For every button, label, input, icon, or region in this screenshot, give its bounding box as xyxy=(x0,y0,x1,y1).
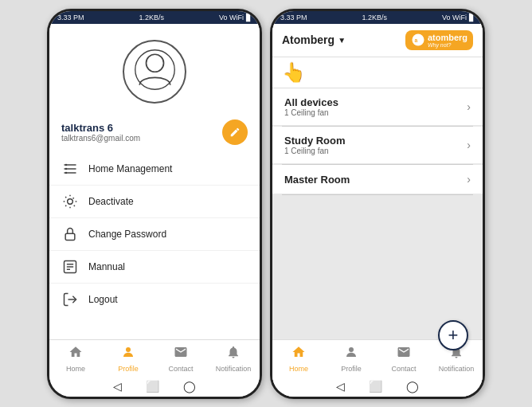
status-bar-2: 3.33 PM 1.2KB/s Vo WiFi ▊ xyxy=(272,11,483,24)
profile-screen: talktrans 6 talktrans6@gmail.com xyxy=(49,24,260,397)
menu-list: Home Management Deactivate xyxy=(49,149,260,339)
svg-point-0 xyxy=(146,54,163,72)
fab-add-button[interactable]: + xyxy=(438,320,468,350)
contact-nav-icon-2 xyxy=(397,345,411,363)
svg-point-7 xyxy=(65,171,68,174)
status-speed-1: 1.2KB/s xyxy=(139,14,164,22)
menu-item-logout[interactable]: Logout xyxy=(49,284,260,315)
user-text: talktrans 6 talktrans6@gmail.com xyxy=(61,122,140,143)
atomberg-sub: Why not? xyxy=(428,42,467,49)
divider-3 xyxy=(282,194,473,195)
change-password-label: Change Password xyxy=(88,229,166,240)
study-room-name: Study Room xyxy=(284,135,346,147)
avatar-section xyxy=(49,24,260,115)
home-hw-btn-1[interactable]: ⬜ xyxy=(146,380,159,393)
status-bar-1: 3.33 PM 1.2KB/s Vo WiFi ▊ xyxy=(49,11,260,24)
header-left: Atomberg ▼ xyxy=(282,33,346,46)
status-speed-2: 1.2KB/s xyxy=(362,14,387,22)
bottom-nav-1: Home Profile Contact Notification xyxy=(49,339,260,376)
svg-point-18 xyxy=(349,347,354,352)
logout-icon xyxy=(61,292,79,307)
phone-2: 3.33 PM 1.2KB/s Vo WiFi ▊ Atomberg ▼ a a… xyxy=(270,9,485,399)
back-btn-1[interactable]: ◁ xyxy=(113,380,122,393)
study-room-info: Study Room 1 Ceiling fan xyxy=(284,135,346,155)
contact-nav-label-1: Contact xyxy=(168,365,193,373)
signal-text-1: Vo WiFi xyxy=(219,14,244,22)
atomberg-name: atomberg xyxy=(428,33,467,42)
study-room-chevron-icon: › xyxy=(467,139,471,151)
device-list: All devices 1 Ceiling fan › Study Room 1… xyxy=(272,88,483,339)
mannual-icon xyxy=(61,259,79,275)
phone-1: 3.33 PM 1.2KB/s Vo WiFi ▊ talktra xyxy=(47,9,262,399)
avatar xyxy=(123,40,186,104)
back-btn-2[interactable]: ◁ xyxy=(336,380,345,393)
all-devices-name: All devices xyxy=(284,96,338,108)
svg-point-16 xyxy=(412,34,424,46)
mannual-label: Mannual xyxy=(88,261,125,272)
edit-profile-button[interactable] xyxy=(222,119,248,145)
location-name: Atomberg xyxy=(282,33,334,46)
nav-notification-1[interactable]: Notification xyxy=(207,340,260,376)
nav-home-2[interactable]: Home xyxy=(272,340,325,376)
home-hw-btn-2[interactable]: ⬜ xyxy=(369,380,382,393)
master-room-info: Master Room xyxy=(284,174,350,186)
username-label: talktrans 6 xyxy=(61,122,140,134)
circle-btn-1[interactable]: ◯ xyxy=(183,380,196,393)
svg-point-15 xyxy=(126,347,131,352)
status-icons-1: Vo WiFi ▊ xyxy=(219,14,252,22)
contact-nav-icon-1 xyxy=(174,345,188,363)
nav-profile-2[interactable]: Profile xyxy=(325,340,377,376)
study-room-count: 1 Ceiling fan xyxy=(284,147,346,155)
svg-point-8 xyxy=(68,198,73,204)
home-nav-label-2: Home xyxy=(289,365,308,373)
home-management-label: Home Management xyxy=(88,163,172,174)
logout-label: Logout xyxy=(88,294,118,305)
home-screen: Atomberg ▼ a atomberg Why not? 👆 xyxy=(272,24,483,397)
battery-icon-2: ▊ xyxy=(469,14,475,22)
notification-nav-label-2: Notification xyxy=(439,365,475,373)
dropdown-arrow-icon[interactable]: ▼ xyxy=(338,36,346,45)
home-header: Atomberg ▼ a atomberg Why not? xyxy=(272,24,483,58)
home-nav-icon-2 xyxy=(291,345,306,363)
profile-nav-icon-2 xyxy=(344,345,358,363)
profile-nav-label-1: Profile xyxy=(118,365,139,373)
menu-item-home-management[interactable]: Home Management xyxy=(49,153,260,186)
fab-plus-icon: + xyxy=(448,325,459,346)
all-devices-info: All devices 1 Ceiling fan xyxy=(284,96,338,117)
svg-point-1 xyxy=(135,50,174,90)
home-management-icon xyxy=(61,161,79,177)
atomberg-logo-icon: a xyxy=(411,33,425,47)
nav-profile-1[interactable]: Profile xyxy=(102,340,155,376)
user-avatar-icon xyxy=(133,48,177,95)
nav-contact-1[interactable]: Contact xyxy=(155,340,207,376)
device-item-all-devices[interactable]: All devices 1 Ceiling fan › xyxy=(272,88,483,125)
contact-nav-label-2: Contact xyxy=(391,365,416,373)
user-info-section: talktrans 6 talktrans6@gmail.com xyxy=(49,115,260,149)
nav-home-1[interactable]: Home xyxy=(49,340,102,376)
phone-home-bar-2: ◁ ⬜ ◯ xyxy=(272,376,483,397)
battery-icon-1: ▊ xyxy=(246,14,252,22)
profile-nav-icon-1 xyxy=(121,345,135,363)
signal-text-2: Vo WiFi xyxy=(442,14,467,22)
svg-point-5 xyxy=(65,163,68,166)
email-label: talktrans6@gmail.com xyxy=(61,134,140,143)
finger-pointer-section: 👆 xyxy=(272,57,483,88)
home-nav-label-1: Home xyxy=(66,365,85,373)
menu-item-deactivate[interactable]: Deactivate xyxy=(49,186,260,218)
menu-item-mannual[interactable]: Mannual xyxy=(49,251,260,284)
atomberg-logo: a atomberg Why not? xyxy=(405,30,473,51)
device-item-master-room[interactable]: Master Room › xyxy=(272,165,483,194)
master-room-name: Master Room xyxy=(284,174,350,186)
menu-item-change-password[interactable]: Change Password xyxy=(49,218,260,251)
svg-text:a: a xyxy=(414,37,417,43)
profile-nav-label-2: Profile xyxy=(341,365,362,373)
all-devices-count: 1 Ceiling fan xyxy=(284,108,338,117)
home-nav-icon-1 xyxy=(68,345,83,363)
nav-contact-2[interactable]: Contact xyxy=(377,340,430,376)
device-item-study-room[interactable]: Study Room 1 Ceiling fan › xyxy=(272,127,483,163)
change-password-icon xyxy=(61,226,79,242)
status-time-2: 3.33 PM xyxy=(280,14,307,22)
svg-rect-9 xyxy=(65,233,75,240)
deactivate-label: Deactivate xyxy=(88,196,134,207)
circle-btn-2[interactable]: ◯ xyxy=(406,380,419,393)
